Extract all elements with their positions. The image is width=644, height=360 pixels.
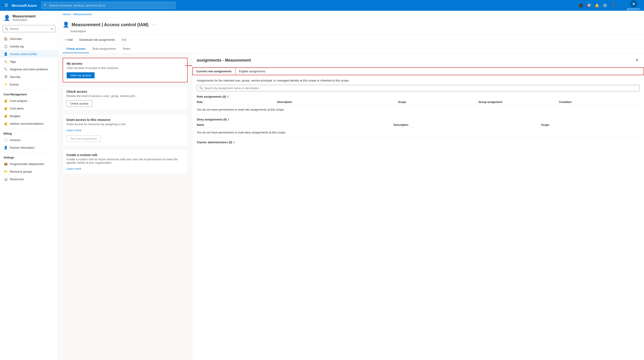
sidebar-subtitle: Subscription xyxy=(12,18,36,22)
help-icon[interactable]: ❓ xyxy=(611,3,616,8)
my-access-title: My access xyxy=(67,62,184,65)
divider-billing xyxy=(4,128,54,128)
sidebar-item-cost-analysis[interactable]: 💰 Cost analysis xyxy=(0,97,58,105)
activity-log-icon: 📋 xyxy=(4,44,8,48)
deny-assignments-empty: You do not have permissions to read deny… xyxy=(197,128,640,137)
custom-role-description: Create a custom role for Azure resources… xyxy=(66,158,184,164)
sidebar-item-partner[interactable]: 👤 Partner information xyxy=(0,144,58,151)
col-header-deny-desc: Description xyxy=(394,123,541,126)
classic-admins-header: Classic administrators (0) ℹ xyxy=(197,141,640,144)
person-icon[interactable]: 👤 xyxy=(619,3,624,8)
assignment-search[interactable]: 🔍 xyxy=(197,85,640,91)
sidebar-search[interactable]: 🔍 « xyxy=(3,25,55,32)
sidebar-item-label: Diagnose and solve problems xyxy=(10,68,48,71)
billing-label: Billing xyxy=(0,129,58,136)
sidebar-search-input[interactable] xyxy=(10,27,49,31)
deny-assignments-header: Deny assignments (0) ℹ xyxy=(197,118,640,121)
edit-button[interactable]: ≡ E xyxy=(119,37,128,43)
page-title: Measurement | Access control (IAM) xyxy=(72,22,148,27)
sidebar-item-access-control[interactable]: 👤 Access control (IAM) xyxy=(0,50,58,58)
cloud-shell-icon[interactable]: ⬛ xyxy=(579,3,583,8)
toolbar: + Add Download role assignments ≡ E xyxy=(58,35,644,45)
partner-icon: 👤 xyxy=(4,145,8,149)
tab-check-access[interactable]: Check access xyxy=(62,45,89,53)
access-control-icon: 👤 xyxy=(4,52,8,56)
breadcrumb-home[interactable]: Home xyxy=(62,13,70,16)
sidebar-item-events[interactable]: ⚡ Events xyxy=(0,81,58,88)
sidebar-item-overview[interactable]: 🏠 Overview xyxy=(0,35,58,43)
deny-assignments-info-icon[interactable]: ℹ xyxy=(228,118,229,121)
feedback-icon[interactable]: 📢 xyxy=(587,3,591,8)
custom-role-learn-more[interactable]: Learn more xyxy=(66,167,81,170)
sidebar-search-icon: 🔍 xyxy=(5,27,8,31)
main-content: My access View my level of access to thi… xyxy=(58,53,644,360)
sidebar: 👤 Measurement Subscription 🔍 « 🏠 Overvie… xyxy=(0,11,58,360)
right-panel-header: assignments - Measurement ✕ xyxy=(192,53,644,67)
sidebar-collapse-btn[interactable]: « xyxy=(50,26,53,31)
top-nav: ☰ Microsoft Azure 🔍 Search resources, se… xyxy=(0,0,644,11)
invoices-icon: 📄 xyxy=(4,138,8,142)
tab-role-assignments[interactable]: Role assignments xyxy=(89,45,119,53)
more-options-icon[interactable]: ⋯ xyxy=(152,23,156,27)
col-header-role: Role xyxy=(197,101,277,104)
left-panel: My access View my level of access to thi… xyxy=(58,53,192,360)
sidebar-item-label: Invoices xyxy=(10,138,20,142)
col-header-condition: Condition xyxy=(559,101,640,104)
sidebar-item-label: Resource groups xyxy=(10,170,32,173)
sidebar-item-label: Activity log xyxy=(10,45,24,48)
col-header-scope: Scope xyxy=(398,101,478,104)
check-access-description: Review the level of access a user, group… xyxy=(66,94,184,98)
grant-access-learn-more[interactable]: Learn more xyxy=(66,128,81,132)
hamburger-icon[interactable]: ☰ xyxy=(4,2,9,9)
sidebar-item-label: Events xyxy=(10,83,19,86)
bell-icon[interactable]: 🔔 xyxy=(595,3,599,8)
user-menu[interactable]: M MICROSOFT xyxy=(627,1,640,11)
sidebar-item-budgets[interactable]: 💰 Budgets xyxy=(0,112,58,120)
sidebar-item-advisor[interactable]: 💰 Advisor recommendations xyxy=(0,120,58,127)
sidebar-item-resource-groups[interactable]: 📁 Resource groups xyxy=(0,168,58,175)
subscription-icon: 👤 xyxy=(4,15,10,21)
add-button[interactable]: + Add xyxy=(62,37,75,43)
right-panel-close-button[interactable]: ✕ xyxy=(634,57,640,64)
role-assignments-empty: You do not have permissions to read role… xyxy=(197,105,640,114)
resource-groups-icon: 📁 xyxy=(4,169,8,173)
sidebar-item-resources[interactable]: 📊 Resources xyxy=(0,175,58,183)
programmatic-icon: 📦 xyxy=(4,162,8,166)
download-button[interactable]: Download role assignments xyxy=(77,37,118,43)
budgets-icon: 💰 xyxy=(4,114,8,118)
settings-icon[interactable]: ⚙️ xyxy=(603,3,607,8)
view-my-access-button[interactable]: View my access xyxy=(67,72,94,78)
check-access-button[interactable]: Check access xyxy=(66,100,92,107)
sidebar-item-security[interactable]: 🛡️ Security xyxy=(0,73,58,81)
diagnose-icon: 🔧 xyxy=(4,67,8,71)
sidebar-item-activity-log[interactable]: 📋 Activity log xyxy=(0,43,58,50)
tab-roles[interactable]: Roles xyxy=(119,45,134,53)
sidebar-item-tags[interactable]: 🏷️ Tags xyxy=(0,58,58,65)
assignment-search-input[interactable] xyxy=(204,86,637,90)
add-role-assignment-button[interactable]: Add role assignment xyxy=(66,135,100,142)
sidebar-item-diagnose[interactable]: 🔧 Diagnose and solve problems xyxy=(0,65,58,73)
global-search[interactable]: 🔍 Search resources, services, and docs (… xyxy=(41,2,176,9)
page-subtitle: Subscription xyxy=(70,30,640,33)
tab-current-role-assignments[interactable]: Current role assignments xyxy=(193,68,236,75)
role-assignments-label: Role assignments (0) xyxy=(197,95,226,98)
grant-access-description: Grant access to resources by assigning a… xyxy=(66,122,184,126)
breadcrumb: Home > Measurement xyxy=(58,11,644,18)
col-header-deny-scope: Scope xyxy=(541,123,640,126)
sidebar-item-programmatic[interactable]: 📦 Programmatic deployment xyxy=(0,160,58,168)
sidebar-item-cost-alerts[interactable]: 💰 Cost alerts xyxy=(0,105,58,112)
cost-analysis-icon: 💰 xyxy=(4,99,8,103)
role-assignments-info-icon[interactable]: ℹ xyxy=(228,95,228,98)
my-access-description: View my level of access to this resource… xyxy=(67,66,184,70)
sidebar-item-label: Budgets xyxy=(10,114,20,118)
sidebar-item-label: Programmatic deployment xyxy=(10,162,44,166)
tab-eligible-assignments[interactable]: Eligible assignments xyxy=(236,68,269,75)
breadcrumb-current[interactable]: Measurement xyxy=(74,13,92,16)
sidebar-item-invoices[interactable]: 📄 Invoices xyxy=(0,136,58,144)
classic-admins-section: Classic administrators (0) ℹ xyxy=(197,141,640,144)
sidebar-nav: 🏠 Overview 📋 Activity log 👤 Access contr… xyxy=(0,34,58,184)
grant-access-title: Grant access to this resource xyxy=(66,118,184,122)
classic-admins-info-icon[interactable]: ℹ xyxy=(234,141,235,144)
sidebar-item-label: Partner information xyxy=(10,146,35,149)
right-panel-description: Assignments for the selected user, group… xyxy=(197,79,640,82)
